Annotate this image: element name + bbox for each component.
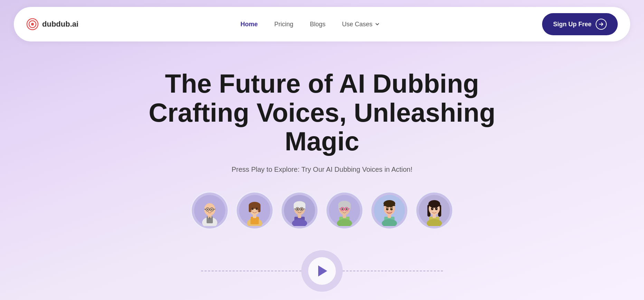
hero-section: The Future of AI Dubbing Crafting Voices…	[0, 48, 644, 292]
svg-point-41	[301, 208, 303, 210]
svg-point-14	[211, 209, 212, 210]
svg-point-24	[256, 207, 258, 210]
logo[interactable]: dubdub.ai	[26, 18, 78, 30]
svg-point-83	[429, 210, 432, 212]
avatars-row	[191, 191, 453, 229]
svg-point-23	[252, 207, 254, 210]
nav-item-usecases[interactable]: Use Cases	[342, 21, 380, 28]
svg-point-82	[436, 208, 437, 209]
avatar-young-woman-brown[interactable]	[236, 191, 274, 229]
play-section	[201, 250, 443, 292]
svg-point-78	[428, 200, 440, 208]
nav-links: Home Pricing Blogs Use Cases	[240, 21, 380, 28]
svg-line-53	[339, 209, 341, 209]
svg-point-80	[435, 207, 438, 210]
hero-title: The Future of AI Dubbing Crafting Voices…	[132, 69, 512, 156]
svg-point-55	[342, 208, 343, 210]
play-button[interactable]	[301, 250, 343, 292]
nav-item-blogs[interactable]: Blogs	[310, 21, 325, 28]
svg-point-58	[346, 210, 349, 212]
svg-point-25	[250, 210, 253, 212]
svg-line-39	[303, 209, 305, 209]
play-triangle-icon	[318, 265, 327, 276]
svg-point-67	[387, 208, 388, 209]
svg-point-2	[31, 23, 34, 26]
svg-point-69	[384, 210, 388, 212]
avatar-elderly-man[interactable]	[191, 191, 229, 229]
svg-point-26	[256, 210, 259, 212]
svg-line-11	[204, 209, 206, 209]
arrow-circle-icon	[596, 19, 607, 30]
avatar-elderly-woman[interactable]	[325, 191, 363, 229]
svg-point-57	[340, 210, 343, 212]
svg-point-56	[346, 208, 348, 210]
svg-point-40	[297, 208, 299, 210]
dashed-line-left	[201, 271, 301, 271]
svg-point-66	[390, 208, 393, 210]
svg-point-79	[431, 207, 434, 210]
svg-point-70	[391, 210, 395, 212]
svg-point-84	[436, 210, 439, 212]
signup-button[interactable]: Sign Up Free	[542, 13, 618, 35]
svg-point-68	[391, 208, 392, 209]
navbar: dubdub.ai Home Pricing Blogs Use Cases S…	[14, 7, 630, 41]
hero-subtitle: Press Play to Explore: Try Our AI Dubbin…	[231, 166, 413, 174]
logo-icon	[26, 18, 39, 30]
dashed-line-right	[343, 271, 443, 271]
logo-text: dubdub.ai	[42, 20, 78, 29]
nav-item-home[interactable]: Home	[240, 21, 258, 28]
nav-item-pricing[interactable]: Pricing	[274, 21, 293, 28]
play-button-inner	[308, 257, 336, 285]
chevron-down-icon	[375, 21, 380, 27]
svg-point-65	[386, 208, 389, 210]
svg-line-12	[214, 209, 215, 209]
svg-point-13	[207, 209, 208, 210]
avatar-young-woman-dark[interactable]	[415, 191, 453, 229]
svg-point-81	[432, 208, 433, 209]
svg-line-54	[348, 209, 350, 209]
svg-line-38	[294, 209, 296, 209]
avatar-elderly-man-white[interactable]	[281, 191, 319, 229]
avatar-young-man[interactable]	[370, 191, 408, 229]
